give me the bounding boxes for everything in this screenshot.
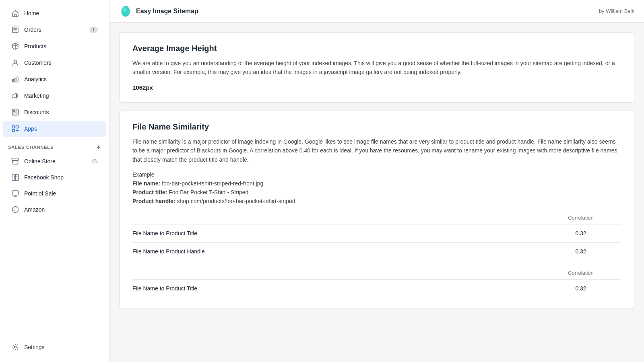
app-title: Easy Image Sitemap	[136, 8, 198, 15]
online-store-label: Online Store	[24, 158, 56, 165]
product-handle-example: Product handle: shop.com/products/foo-ba…	[132, 198, 621, 204]
row2-label: File Name to Product Handle	[132, 248, 541, 255]
eye-icon[interactable]	[91, 158, 98, 165]
svg-point-19	[123, 7, 126, 12]
sales-channels-label: SALES CHANNELS	[8, 145, 54, 150]
row2-value: 0.32	[541, 248, 621, 255]
svg-point-7	[16, 113, 17, 114]
sidebar-item-products[interactable]: Products	[3, 38, 106, 54]
content-area: Average Image Height We are able to give…	[109, 23, 644, 362]
sidebar-item-apps-label: Apps	[24, 125, 37, 132]
table-header-1: Correlation	[132, 212, 621, 224]
file-name-label: File name:	[132, 180, 160, 187]
analytics-icon	[11, 75, 19, 83]
main-area: Easy Image Sitemap by William Belk Avera…	[109, 0, 644, 362]
pos-icon	[11, 189, 19, 197]
file-name-similarity-description: File name similarity is a major predicto…	[132, 137, 621, 164]
sidebar-item-products-label: Products	[24, 43, 46, 49]
orders-badge: 1	[89, 27, 98, 33]
svg-point-5	[17, 95, 18, 97]
svg-rect-9	[12, 126, 15, 128]
svg-point-12	[94, 160, 95, 162]
settings-icon	[11, 343, 19, 351]
facebook-shop-label: Facebook Shop	[24, 174, 64, 181]
add-sales-channel-icon[interactable]: +	[97, 144, 101, 151]
example-block: Example File name: foo-bar-pocket-tshirt…	[132, 171, 621, 204]
sidebar: Home Orders 1 Products	[0, 0, 109, 362]
marketing-icon	[11, 92, 19, 100]
product-title-example: Product title: Foo Bar Pocket T-Shirt - …	[132, 189, 621, 195]
average-image-height-title: Average Image Height	[132, 44, 621, 53]
table-col-correlation-header: Correlation	[541, 215, 621, 221]
svg-rect-10	[16, 126, 19, 128]
correlation-table-2: Correlation File Name to Product Title 0…	[132, 267, 621, 297]
file-name-similarity-card: File Name Similarity File name similarit…	[119, 111, 634, 309]
app-logo-icon	[119, 5, 132, 18]
sidebar-item-settings[interactable]: Settings	[3, 339, 106, 355]
home-icon	[11, 9, 19, 17]
product-handle-label: Product handle:	[132, 198, 175, 204]
sidebar-item-customers-label: Customers	[24, 60, 52, 66]
svg-point-17	[14, 346, 17, 348]
sidebar-item-analytics[interactable]: Analytics	[3, 71, 106, 87]
sidebar-item-home-label: Home	[24, 10, 39, 16]
amazon-icon: a	[11, 206, 19, 214]
customers-icon	[11, 59, 19, 67]
sidebar-item-discounts-label: Discounts	[24, 109, 49, 115]
product-title-label: Product title:	[132, 189, 167, 195]
table2-row1-label: File Name to Product Title	[132, 285, 541, 292]
store-icon	[11, 157, 19, 165]
products-icon	[11, 42, 19, 50]
sales-channels-header: SALES CHANNELS +	[0, 137, 109, 153]
product-handle-value: shop.com/products/foo-bar-pocket-tshirt-…	[177, 198, 295, 204]
svg-rect-3	[15, 78, 16, 82]
svg-text:a: a	[14, 208, 16, 212]
point-of-sale-label: Point of Sale	[24, 190, 56, 197]
settings-label: Settings	[24, 344, 45, 350]
amazon-label: Amazon	[24, 206, 45, 213]
table2-col-correlation-header: Correlation	[541, 270, 621, 276]
average-image-height-description: We are able to give you an understanding…	[132, 59, 621, 77]
sidebar-item-home[interactable]: Home	[3, 5, 106, 21]
svg-rect-2	[12, 79, 14, 82]
correlation-table-1: Correlation File Name to Product Title 0…	[132, 212, 621, 260]
svg-rect-11	[12, 130, 15, 132]
sidebar-item-point-of-sale[interactable]: Point of Sale	[3, 186, 106, 201]
table-header-2: Correlation	[132, 267, 621, 279]
sidebar-item-analytics-label: Analytics	[24, 76, 47, 82]
orders-icon	[11, 26, 19, 34]
product-title-value: Foo Bar Pocket T-Shirt - Striped	[169, 189, 248, 195]
sidebar-item-discounts[interactable]: Discounts	[3, 104, 106, 120]
svg-point-6	[14, 111, 15, 112]
table2-row1-value: 0.32	[541, 285, 621, 292]
row1-label: File Name to Product Title	[132, 230, 541, 237]
file-name-value: foo-bar-pocket-tshirt-striped-red-front.…	[162, 180, 263, 187]
topbar: Easy Image Sitemap by William Belk	[109, 0, 644, 23]
sidebar-item-orders-label: Orders	[24, 27, 41, 33]
sidebar-item-marketing[interactable]: Marketing	[3, 88, 106, 104]
svg-rect-14	[12, 191, 19, 195]
facebook-icon	[11, 173, 19, 181]
app-logo: Easy Image Sitemap	[119, 5, 198, 18]
sidebar-item-customers[interactable]: Customers	[3, 55, 106, 71]
sidebar-item-facebook-shop[interactable]: Facebook Shop	[3, 170, 106, 185]
sidebar-item-amazon[interactable]: a Amazon	[3, 202, 106, 217]
svg-rect-4	[17, 77, 18, 82]
discounts-icon	[11, 108, 19, 116]
average-image-height-value: 1062px	[132, 84, 621, 91]
average-image-height-card: Average Image Height We are able to give…	[119, 32, 634, 103]
apps-icon	[11, 125, 19, 133]
example-label-text: Example	[132, 171, 621, 178]
sidebar-item-orders[interactable]: Orders 1	[3, 22, 106, 38]
file-name-example: File name: foo-bar-pocket-tshirt-striped…	[132, 180, 621, 187]
table-row-2: File Name to Product Handle 0.32	[132, 242, 621, 260]
sidebar-item-marketing-label: Marketing	[24, 93, 49, 99]
svg-point-1	[14, 60, 17, 63]
sidebar-item-online-store[interactable]: Online Store	[3, 154, 106, 169]
table2-row-1: File Name to Product Title 0.32	[132, 279, 621, 297]
file-name-similarity-title: File Name Similarity	[132, 122, 621, 132]
row1-value: 0.32	[541, 230, 621, 237]
table-row-1: File Name to Product Title 0.32	[132, 224, 621, 242]
topbar-author: by William Belk	[599, 8, 634, 14]
sidebar-item-apps[interactable]: Apps	[3, 121, 106, 137]
